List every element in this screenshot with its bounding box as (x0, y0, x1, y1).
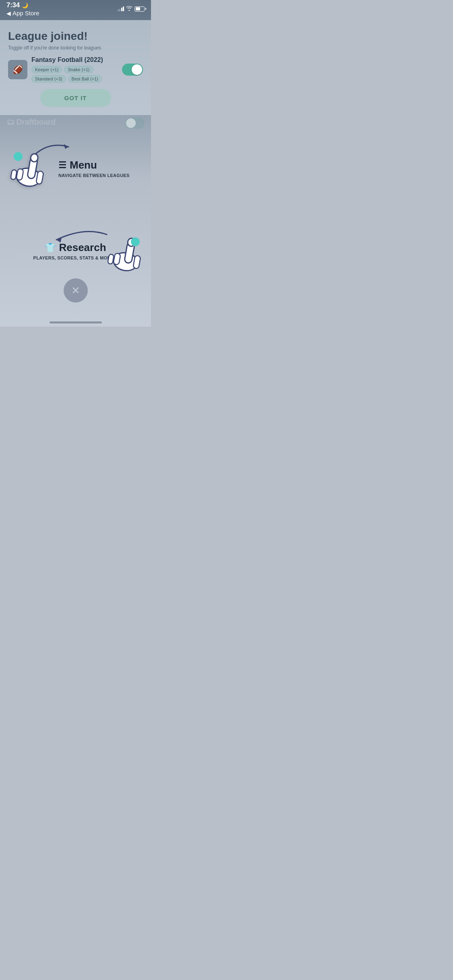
menu-text: Menu (70, 159, 97, 171)
status-right (118, 6, 145, 12)
menu-hamburger-icon: ☰ (58, 160, 66, 171)
menu-teal-dot (14, 152, 23, 161)
home-indicator (50, 321, 102, 323)
signal-bar-4 (123, 6, 124, 11)
battery-fill (136, 7, 140, 10)
close-icon: ✕ (71, 285, 80, 296)
menu-label-area: ☰ Menu NAVIGATE BETWEEN LEAGUES (58, 159, 130, 178)
main-container: 7:34 🌙 ◀ App Store (0, 0, 151, 327)
research-teal-dot (131, 237, 140, 246)
tutorial-overlay: ☰ Menu NAVIGATE BETWEEN LEAGUES (0, 0, 151, 327)
back-button[interactable]: ◀ App Store (6, 10, 39, 16)
svg-rect-12 (108, 254, 114, 264)
status-left: 7:34 🌙 ◀ App Store (6, 1, 39, 16)
close-button[interactable]: ✕ (64, 278, 88, 303)
jersey-icon: 👕 (45, 243, 56, 253)
research-finger (105, 229, 145, 275)
signal-bar-1 (118, 10, 119, 11)
menu-label: ☰ Menu (58, 159, 130, 171)
signal-bar-3 (121, 8, 122, 11)
battery-icon (134, 6, 145, 12)
status-bar: 7:34 🌙 ◀ App Store (0, 0, 151, 18)
moon-icon: 🌙 (22, 2, 28, 8)
time-text: 7:34 (6, 1, 20, 9)
menu-sublabel: NAVIGATE BETWEEN LEAGUES (58, 173, 130, 178)
status-time: 7:34 🌙 (6, 1, 39, 9)
wifi-icon (126, 6, 132, 12)
back-chevron: ◀ (6, 10, 11, 16)
signal-bars (118, 6, 124, 11)
svg-rect-5 (10, 169, 17, 180)
research-text: Research (59, 241, 106, 254)
back-label: App Store (12, 10, 39, 16)
menu-finger (8, 145, 48, 196)
signal-bar-2 (119, 9, 120, 11)
research-label: 👕 Research (45, 241, 106, 254)
